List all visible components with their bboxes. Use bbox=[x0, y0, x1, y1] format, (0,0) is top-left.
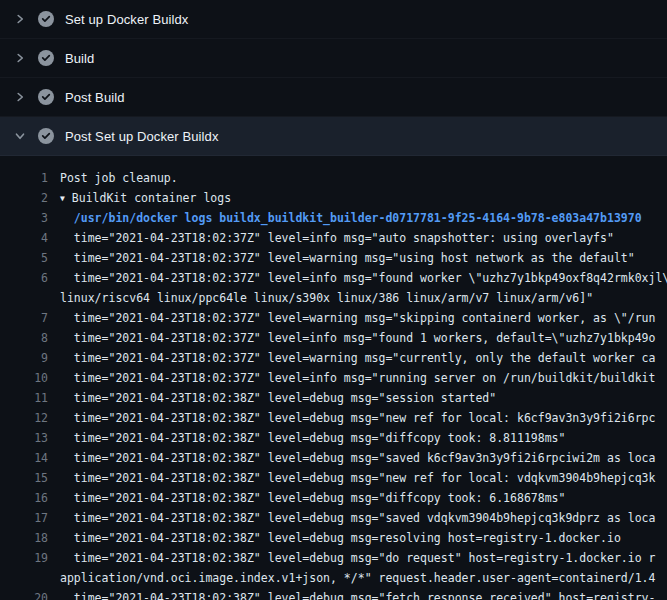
check-circle-icon bbox=[38, 11, 54, 27]
line-number[interactable]: 3 bbox=[0, 208, 48, 228]
line-number[interactable]: 12 bbox=[0, 408, 48, 428]
chevron-right-icon[interactable] bbox=[12, 50, 28, 66]
log-line: 2▼BuildKit container logs bbox=[0, 188, 667, 208]
log-line: 15 time="2021-04-23T18:02:38Z" level=deb… bbox=[0, 468, 667, 488]
log-line: 12 time="2021-04-23T18:02:38Z" level=deb… bbox=[0, 408, 667, 428]
log-text: time="2021-04-23T18:02:38Z" level=debug … bbox=[60, 431, 565, 445]
step-header-post-build[interactable]: Post Build bbox=[0, 78, 667, 117]
log-text: linux/riscv64 linux/ppc64le linux/s390x … bbox=[60, 291, 593, 305]
log-line: 20 time="2021-04-23T18:02:38Z" level=deb… bbox=[0, 588, 667, 600]
log-text: Post job cleanup. bbox=[60, 171, 178, 185]
log-line: 3 /usr/bin/docker logs buildx_buildkit_b… bbox=[0, 208, 667, 228]
chevron-right-icon[interactable] bbox=[12, 89, 28, 105]
command-text: /usr/bin/docker logs buildx_buildkit_bui… bbox=[60, 211, 642, 225]
log-text: time="2021-04-23T18:02:38Z" level=debug … bbox=[60, 411, 655, 425]
log-text: time="2021-04-23T18:02:38Z" level=debug … bbox=[60, 511, 655, 525]
log-text: time="2021-04-23T18:02:37Z" level=warnin… bbox=[60, 251, 635, 265]
log-line: 14 time="2021-04-23T18:02:38Z" level=deb… bbox=[0, 448, 667, 468]
log-line: 9 time="2021-04-23T18:02:37Z" level=warn… bbox=[0, 348, 667, 368]
steps-list: Set up Docker BuildxBuildPost BuildPost … bbox=[0, 0, 667, 156]
log-text: time="2021-04-23T18:02:38Z" level=debug … bbox=[60, 591, 655, 600]
log-line-continuation: application/vnd.oci.image.index.v1+json,… bbox=[0, 568, 667, 588]
line-number[interactable]: 20 bbox=[0, 588, 48, 600]
line-number[interactable]: 9 bbox=[0, 348, 48, 368]
log-line: 5 time="2021-04-23T18:02:37Z" level=warn… bbox=[0, 248, 667, 268]
log-line: 17 time="2021-04-23T18:02:38Z" level=deb… bbox=[0, 508, 667, 528]
log-text: time="2021-04-23T18:02:37Z" level=info m… bbox=[60, 231, 614, 245]
line-number[interactable]: 4 bbox=[0, 228, 48, 248]
log-text: time="2021-04-23T18:02:37Z" level=info m… bbox=[60, 331, 655, 345]
chevron-down-icon[interactable] bbox=[12, 128, 28, 144]
log-line-continuation: linux/riscv64 linux/ppc64le linux/s390x … bbox=[0, 288, 667, 308]
line-number[interactable]: 18 bbox=[0, 528, 48, 548]
log-text: time="2021-04-23T18:02:38Z" level=debug … bbox=[60, 551, 655, 565]
log-line: 4 time="2021-04-23T18:02:37Z" level=info… bbox=[0, 228, 667, 248]
step-title: Post Set up Docker Buildx bbox=[65, 129, 219, 144]
line-number[interactable]: 5 bbox=[0, 248, 48, 268]
step-header-post-set-up-docker-buildx[interactable]: Post Set up Docker Buildx bbox=[0, 117, 667, 156]
step-title: Set up Docker Buildx bbox=[65, 12, 188, 27]
line-number[interactable]: 16 bbox=[0, 488, 48, 508]
line-number[interactable]: 7 bbox=[0, 308, 48, 328]
log-text: time="2021-04-23T18:02:38Z" level=debug … bbox=[60, 451, 655, 465]
chevron-right-icon[interactable] bbox=[12, 11, 28, 27]
line-number[interactable]: 2 bbox=[0, 188, 48, 208]
line-number[interactable]: 14 bbox=[0, 448, 48, 468]
line-number[interactable]: 6 bbox=[0, 268, 48, 288]
log-line: 10 time="2021-04-23T18:02:37Z" level=inf… bbox=[0, 368, 667, 388]
line-number[interactable]: 17 bbox=[0, 508, 48, 528]
log-text: time="2021-04-23T18:02:37Z" level=warnin… bbox=[60, 351, 655, 365]
line-number[interactable]: 19 bbox=[0, 548, 48, 568]
log-text: time="2021-04-23T18:02:38Z" level=debug … bbox=[60, 391, 496, 405]
log-line: 13 time="2021-04-23T18:02:38Z" level=deb… bbox=[0, 428, 667, 448]
log-line: 16 time="2021-04-23T18:02:38Z" level=deb… bbox=[0, 488, 667, 508]
log-group-label: ▼BuildKit container logs bbox=[60, 191, 231, 205]
log-text: time="2021-04-23T18:02:38Z" level=debug … bbox=[60, 471, 655, 485]
log-viewer: 1Post job cleanup.2▼BuildKit container l… bbox=[0, 156, 667, 600]
log-line: 1Post job cleanup. bbox=[0, 168, 667, 188]
line-number[interactable]: 11 bbox=[0, 388, 48, 408]
line-number[interactable]: 8 bbox=[0, 328, 48, 348]
step-header-set-up-docker-buildx[interactable]: Set up Docker Buildx bbox=[0, 0, 667, 39]
step-header-build[interactable]: Build bbox=[0, 39, 667, 78]
check-circle-icon bbox=[38, 89, 54, 105]
disclosure-triangle-icon[interactable]: ▼ bbox=[60, 189, 65, 209]
log-line: 11 time="2021-04-23T18:02:38Z" level=deb… bbox=[0, 388, 667, 408]
line-number[interactable]: 10 bbox=[0, 368, 48, 388]
check-circle-icon bbox=[38, 128, 54, 144]
line-number[interactable]: 13 bbox=[0, 428, 48, 448]
log-line: 7 time="2021-04-23T18:02:37Z" level=warn… bbox=[0, 308, 667, 328]
log-line: 8 time="2021-04-23T18:02:37Z" level=info… bbox=[0, 328, 667, 348]
step-title: Post Build bbox=[65, 90, 125, 105]
check-circle-icon bbox=[38, 50, 54, 66]
log-text: time="2021-04-23T18:02:37Z" level=info m… bbox=[60, 371, 655, 385]
log-line: 6 time="2021-04-23T18:02:37Z" level=info… bbox=[0, 268, 667, 288]
log-text: time="2021-04-23T18:02:37Z" level=warnin… bbox=[60, 311, 655, 325]
log-line: 18 time="2021-04-23T18:02:38Z" level=deb… bbox=[0, 528, 667, 548]
line-number[interactable]: 1 bbox=[0, 168, 48, 188]
step-title: Build bbox=[65, 51, 94, 66]
log-text: time="2021-04-23T18:02:38Z" level=debug … bbox=[60, 491, 565, 505]
log-line: 19 time="2021-04-23T18:02:38Z" level=deb… bbox=[0, 548, 667, 568]
log-text: time="2021-04-23T18:02:38Z" level=debug … bbox=[60, 531, 621, 545]
log-text: time="2021-04-23T18:02:37Z" level=info m… bbox=[60, 271, 667, 285]
log-text: application/vnd.oci.image.index.v1+json,… bbox=[60, 571, 655, 585]
line-number[interactable]: 15 bbox=[0, 468, 48, 488]
